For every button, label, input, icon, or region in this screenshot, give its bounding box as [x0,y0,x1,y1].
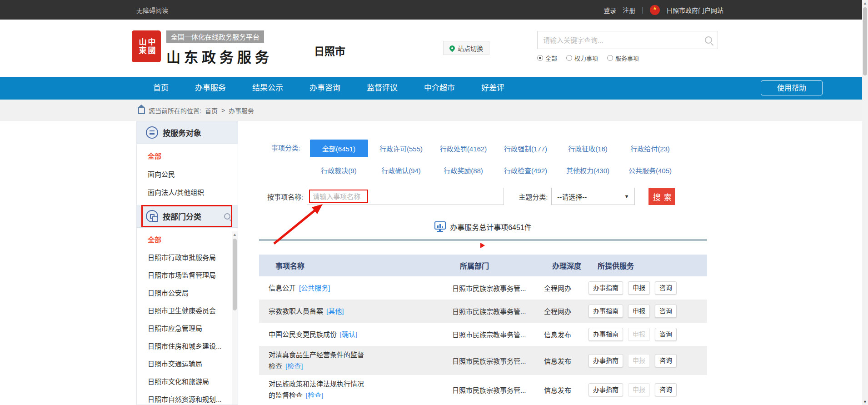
item-services-cell: 办事指南申报咨询 [586,281,682,295]
department-search-icon[interactable] [224,213,230,220]
service-button-咨询[interactable]: 咨询 [655,383,677,396]
topbar-separator: | [642,6,644,14]
search-scope-label: 全部 [545,54,557,62]
login-link[interactable]: 登录 [604,5,616,15]
seal-text-right: 中國 [147,38,155,55]
topic-select[interactable]: --请选择-- ▼ [551,188,635,205]
item-name-link[interactable]: 对清真食品生产经营条件的监督检查 [269,351,364,370]
register-link[interactable]: 注册 [623,5,635,15]
category-tab-行政给付[interactable]: 行政给付(23) [630,144,670,153]
item-services-cell: 办事指南申报咨询 [586,305,682,318]
item-name-cell: 对清真食品生产经营条件的监督检查[检查] [259,349,450,372]
sidebar-scroll-up-icon[interactable]: ▲ [232,231,238,238]
item-name-link[interactable]: 宗教教职人员备案 [269,307,323,315]
category-tab-行政裁决[interactable]: 行政裁决(9) [321,165,356,175]
keyword-search-input[interactable] [538,36,705,44]
page-scroll-thumb[interactable] [863,7,867,75]
search-scope-option-服务事项[interactable]: 服务事项 [607,54,639,62]
nav-item-监督评议[interactable]: 监督评议 [354,77,411,100]
department-item[interactable]: 日照市文化和旅游局 [137,373,238,390]
keyword-search-box [537,31,718,49]
nav-item-首页[interactable]: 首页 [140,77,182,100]
item-name-input[interactable] [307,188,504,205]
radio-icon[interactable] [607,55,613,61]
department-item[interactable]: 日照市住房和城乡建设... [137,337,238,355]
table-row: 宗教教职人员备案[其他]日照市民族宗教事务管...全程网办办事指南申报咨询 [259,300,707,323]
item-category-tag[interactable]: [检查] [306,391,323,399]
search-scope-option-全部[interactable]: 全部 [537,54,557,62]
category-tab-行政征收[interactable]: 行政征收(16) [568,144,608,153]
breadcrumb-current: 办事服务 [229,106,254,115]
department-item[interactable]: 日照市卫生健康委员会 [137,302,238,320]
item-name-link[interactable]: 信息公开 [269,284,296,292]
item-name-wrap: 对清真食品生产经营条件的监督检查[检查] [269,349,369,372]
category-tab-行政强制[interactable]: 行政强制(177) [504,144,547,153]
item-name-link[interactable]: 中国公民变更民族成份 [269,330,337,338]
help-button[interactable]: 使用帮助 [761,80,823,95]
item-services-cell: 办事指南申报咨询 [586,354,682,367]
service-button-申报[interactable]: 申报 [628,281,650,295]
service-object-section-header[interactable]: 按服务对象 [137,121,238,144]
service-button-办事指南[interactable]: 办事指南 [589,328,623,341]
nav-item-办事咨询[interactable]: 办事咨询 [296,77,354,100]
category-tab-行政许可[interactable]: 行政许可(555) [379,144,423,153]
department-item[interactable]: 日照市自然资源和规划... [137,390,238,405]
service-button-咨询[interactable]: 咨询 [655,354,677,367]
item-category-tag[interactable]: [公共服务] [299,284,330,292]
portal-link[interactable]: 日照市政府门户网站 [666,5,723,15]
sidebar-scrollbar[interactable]: ▲ [232,231,238,405]
service-button-办事指南[interactable]: 办事指南 [589,354,623,367]
item-name-label: 按事项名称: [267,192,303,201]
search-button[interactable]: 搜索 [649,188,675,205]
service-button-咨询[interactable]: 咨询 [655,305,677,318]
nav-item-结果公示[interactable]: 结果公示 [239,77,296,100]
site-switch-button[interactable]: 站点切换 [443,41,489,55]
sidebar-item-面向公民[interactable]: 面向公民 [137,165,238,184]
search-scope-option-权力事项[interactable]: 权力事项 [566,54,598,62]
service-button-办事指南[interactable]: 办事指南 [589,305,623,318]
service-button-办事指南[interactable]: 办事指南 [589,383,623,396]
site-logo[interactable]: 山東 中國 全国一体化在线政务服务平台 山东政务服务 [132,30,273,66]
radio-icon[interactable] [537,55,543,61]
service-button-申报: 申报 [628,354,650,367]
item-category-tag[interactable]: [确认] [340,330,357,338]
item-category-tag[interactable]: [其他] [326,307,344,315]
category-tab-行政检查[interactable]: 行政检查(492) [504,165,547,175]
col-header-department: 所属部门 [450,260,536,271]
nav-item-好差评[interactable]: 好差评 [468,77,518,100]
category-tab-行政奖励[interactable]: 行政奖励(88) [444,165,483,175]
service-button-申报[interactable]: 申报 [628,305,650,318]
item-department-cell: 日照市民族宗教事务管... [450,356,536,365]
department-item[interactable]: 日照市公安局 [137,284,238,302]
page-scroll-down-icon[interactable]: ▼ [862,399,868,405]
sidebar-scroll-thumb[interactable] [233,239,237,310]
page-scrollbar[interactable]: ▲ ▼ [862,0,868,405]
sidebar-item-面向法人/其他组织[interactable]: 面向法人/其他组织 [137,184,238,202]
sidebar-item-全部[interactable]: 全部 [137,147,238,165]
service-button-咨询[interactable]: 咨询 [655,281,677,295]
search-icon[interactable] [705,36,712,44]
department-item[interactable]: 日照市行政审批服务局 [137,249,238,266]
category-tab-行政处罚[interactable]: 行政处罚(4162) [440,144,487,153]
top-utility-bar: 无障碍阅读 登录 注册 | 日照市政府门户网站 [0,0,868,20]
department-item[interactable]: 日照市应急管理局 [137,320,238,337]
service-button-咨询[interactable]: 咨询 [655,328,677,341]
breadcrumb-home-link[interactable]: 首页 [205,106,218,115]
category-tab-行政确认[interactable]: 行政确认(94) [381,165,421,175]
nav-item-办事服务[interactable]: 办事服务 [182,77,239,100]
radio-icon[interactable] [566,55,572,61]
category-tab-公共服务[interactable]: 公共服务(405) [629,165,672,175]
category-tab-全部[interactable]: 全部(6451) [310,140,368,157]
department-section-header[interactable]: 按部门分类 [137,205,238,228]
item-category-tag[interactable]: [检查] [285,362,303,370]
department-item[interactable]: 日照市交通运输局 [137,355,238,373]
breadcrumb-prefix: 您当前所在的位置: [149,106,201,115]
department-item[interactable]: 日照市市场监督管理局 [137,266,238,284]
category-tab-其他权力[interactable]: 其他权力(430) [566,165,609,175]
nav-item-中介超市[interactable]: 中介超市 [411,77,468,100]
service-button-办事指南[interactable]: 办事指南 [589,281,623,295]
page-scroll-up-icon[interactable]: ▲ [862,0,868,6]
department-item[interactable]: 全部 [137,231,238,249]
accessibility-link[interactable]: 无障碍阅读 [136,5,168,15]
item-services-cell: 办事指南申报咨询 [586,383,682,396]
